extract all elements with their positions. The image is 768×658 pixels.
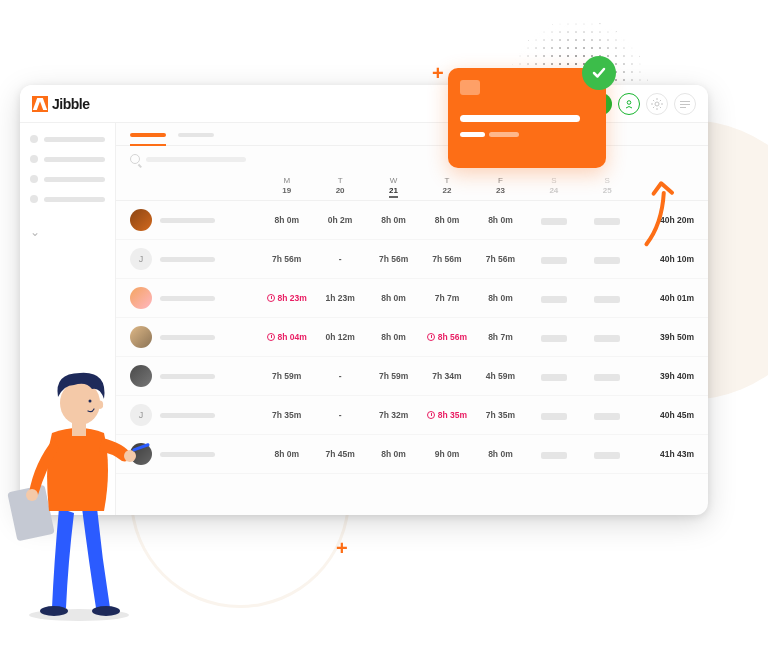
- weekend-cell: [527, 250, 580, 268]
- tab[interactable]: [178, 133, 214, 137]
- time-cell[interactable]: 8h 0m: [474, 293, 527, 303]
- table-row[interactable]: 7h 59m-7h 59m7h 34m4h 59m39h 40m: [116, 357, 708, 396]
- time-cell-warning[interactable]: 8h 35m: [420, 410, 473, 420]
- logo-text: Jibble: [52, 96, 89, 112]
- time-cell[interactable]: 7h 56m: [367, 254, 420, 264]
- time-cell[interactable]: 7h 56m: [474, 254, 527, 264]
- user-cell: J: [130, 248, 260, 270]
- sidebar-item[interactable]: [30, 175, 105, 183]
- svg-point-7: [92, 606, 120, 616]
- time-cell[interactable]: 7h 59m: [260, 371, 313, 381]
- logo[interactable]: Jibble: [32, 96, 89, 112]
- table-row[interactable]: 8h 23m1h 23m8h 0m7h 7m8h 0m40h 01m: [116, 279, 708, 318]
- credit-card: [448, 68, 606, 168]
- avatar[interactable]: [130, 287, 152, 309]
- table-row[interactable]: J7h 35m-7h 32m8h 35m7h 35m40h 45m: [116, 396, 708, 435]
- svg-rect-2: [680, 101, 690, 102]
- time-cell[interactable]: 8h 0m: [367, 215, 420, 225]
- time-cell[interactable]: 8h 0m: [474, 449, 527, 459]
- time-cell[interactable]: 8h 7m: [474, 332, 527, 342]
- table-row[interactable]: 8h 04m0h 12m8h 0m8h 56m8h 7m39h 50m: [116, 318, 708, 357]
- clock-icon: [267, 333, 275, 341]
- weekend-cell: [527, 211, 580, 229]
- time-cell-warning[interactable]: 8h 23m: [260, 293, 313, 303]
- time-cell[interactable]: 7h 7m: [420, 293, 473, 303]
- user-name-placeholder: [160, 335, 215, 340]
- user-name-placeholder: [160, 296, 215, 301]
- weekend-cell: [527, 445, 580, 463]
- time-cell[interactable]: 7h 35m: [260, 410, 313, 420]
- timesheet-table: M19T20W21T22F23S24S25 8h 0m0h 2m8h 0m8h …: [116, 172, 708, 515]
- total-cell: 39h 50m: [634, 332, 694, 342]
- time-cell-warning[interactable]: 8h 56m: [420, 332, 473, 342]
- time-cell[interactable]: 1h 23m: [313, 293, 366, 303]
- avatar[interactable]: J: [130, 248, 152, 270]
- time-cell[interactable]: 4h 59m: [474, 371, 527, 381]
- table-row[interactable]: 8h 0m0h 2m8h 0m8h 0m8h 0m40h 20m: [116, 201, 708, 240]
- svg-rect-4: [680, 107, 686, 108]
- total-cell: 41h 43m: [634, 449, 694, 459]
- sidebar-item[interactable]: [30, 195, 105, 203]
- total-cell: 39h 40m: [634, 371, 694, 381]
- card-details: [460, 132, 594, 137]
- chevron-down-icon[interactable]: ⌄: [30, 225, 105, 239]
- day-header[interactable]: F23: [474, 176, 527, 198]
- settings-button[interactable]: [646, 93, 668, 115]
- weekend-cell: [581, 328, 634, 346]
- time-cell[interactable]: 9h 0m: [420, 449, 473, 459]
- time-cell[interactable]: -: [313, 410, 366, 420]
- card-chip-icon: [460, 80, 480, 95]
- svg-point-6: [40, 606, 68, 616]
- decorative-plus: +: [432, 62, 444, 85]
- weekend-cell: [527, 328, 580, 346]
- time-cell[interactable]: 7h 45m: [313, 449, 366, 459]
- table-row[interactable]: 8h 0m7h 45m8h 0m9h 0m8h 0m41h 43m: [116, 435, 708, 474]
- logo-icon: [32, 96, 48, 112]
- more-button[interactable]: [674, 93, 696, 115]
- main-panel: M19T20W21T22F23S24S25 8h 0m0h 2m8h 0m8h …: [116, 123, 708, 515]
- time-cell[interactable]: -: [313, 254, 366, 264]
- avatar[interactable]: [130, 209, 152, 231]
- svg-rect-3: [680, 104, 690, 105]
- clock-icon: [427, 333, 435, 341]
- day-header[interactable]: S24: [527, 176, 580, 198]
- time-cell[interactable]: 8h 0m: [367, 293, 420, 303]
- clock-icon: [267, 294, 275, 302]
- day-header[interactable]: T22: [420, 176, 473, 198]
- total-cell: 40h 45m: [634, 410, 694, 420]
- time-cell[interactable]: -: [313, 371, 366, 381]
- sidebar-item[interactable]: [30, 155, 105, 163]
- time-cell[interactable]: 8h 0m: [420, 215, 473, 225]
- weekend-cell: [581, 406, 634, 424]
- user-cell: [130, 209, 260, 231]
- person-illustration: [4, 343, 164, 623]
- day-header[interactable]: T20: [313, 176, 366, 198]
- sidebar-item[interactable]: [30, 135, 105, 143]
- time-cell[interactable]: 7h 56m: [260, 254, 313, 264]
- weekend-cell: [581, 211, 634, 229]
- time-cell[interactable]: 7h 59m: [367, 371, 420, 381]
- time-cell[interactable]: 7h 34m: [420, 371, 473, 381]
- time-cell[interactable]: 7h 35m: [474, 410, 527, 420]
- tab-active[interactable]: [130, 133, 166, 137]
- user-outline-button[interactable]: [618, 93, 640, 115]
- day-header[interactable]: W21: [367, 176, 420, 198]
- time-cell[interactable]: 8h 0m: [474, 215, 527, 225]
- time-cell[interactable]: 0h 12m: [313, 332, 366, 342]
- time-cell-warning[interactable]: 8h 04m: [260, 332, 313, 342]
- time-cell[interactable]: 7h 32m: [367, 410, 420, 420]
- day-header[interactable]: M19: [260, 176, 313, 198]
- time-cell[interactable]: 8h 0m: [260, 449, 313, 459]
- table-row[interactable]: J7h 56m-7h 56m7h 56m7h 56m40h 10m: [116, 240, 708, 279]
- time-cell[interactable]: 8h 0m: [367, 449, 420, 459]
- weekend-cell: [581, 445, 634, 463]
- time-cell[interactable]: 0h 2m: [313, 215, 366, 225]
- time-cell[interactable]: 7h 56m: [420, 254, 473, 264]
- total-cell: 40h 01m: [634, 293, 694, 303]
- search-icon: [130, 154, 140, 164]
- user-name-placeholder: [160, 452, 215, 457]
- time-cell[interactable]: 8h 0m: [367, 332, 420, 342]
- time-cell[interactable]: 8h 0m: [260, 215, 313, 225]
- svg-rect-11: [132, 443, 150, 452]
- search-bar[interactable]: [116, 146, 708, 172]
